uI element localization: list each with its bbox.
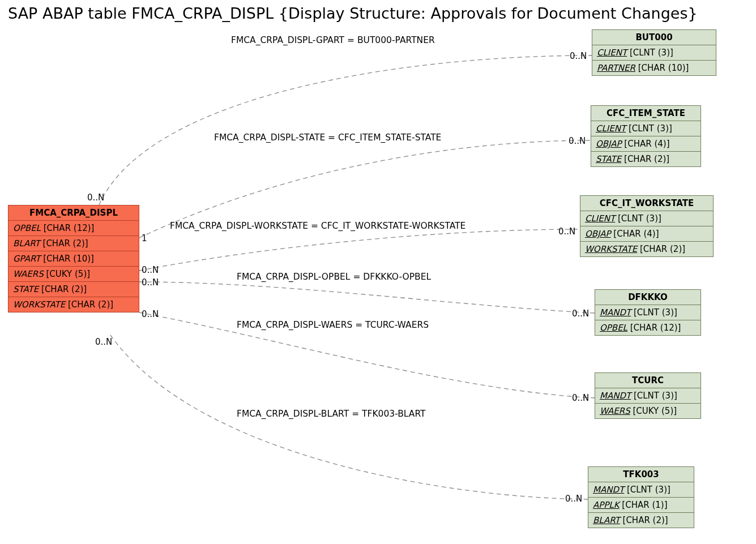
entity-header: TCURC — [595, 373, 701, 388]
diagram-title: SAP ABAP table FMCA_CRPA_DISPL {Display … — [8, 5, 698, 22]
cardinality-right: 0..N — [569, 136, 586, 146]
entity-header: CFC_ITEM_STATE — [591, 106, 701, 121]
relationship-label: FMCA_CRPA_DISPL-GPART = BUT000-PARTNER — [231, 35, 435, 45]
entity-field: CLIENT [CLNT (3)] — [591, 121, 701, 136]
entity-but000: BUT000 CLIENT [CLNT (3)] PARTNER [CHAR (… — [592, 29, 716, 76]
cardinality-right: 0..N — [558, 226, 575, 237]
entity-field: WORKSTATE [CHAR (2)] — [580, 242, 713, 256]
entity-field: GPART [CHAR (10)] — [8, 251, 139, 267]
entity-field: CLIENT [CLNT (3)] — [580, 211, 713, 226]
cardinality-right: 0..N — [565, 494, 582, 504]
entity-cfc-item-state: CFC_ITEM_STATE CLIENT [CLNT (3)] OBJAP [… — [591, 105, 701, 167]
cardinality-left: 0..N — [95, 337, 112, 347]
entity-header: TFK003 — [588, 467, 694, 482]
cardinality-right: 0..N — [572, 309, 589, 319]
entity-field: STATE [CHAR (2)] — [8, 282, 139, 297]
cardinality-left: 0..N — [142, 309, 159, 319]
entity-fmca-crpa-displ: FMCA_CRPA_DISPL OPBEL [CHAR (12)] BLART … — [8, 205, 139, 312]
cardinality-left: 0..N — [142, 277, 159, 288]
entity-cfc-it-workstate: CFC_IT_WORKSTATE CLIENT [CLNT (3)] OBJAP… — [580, 195, 714, 257]
entity-header: FMCA_CRPA_DISPL — [8, 205, 139, 221]
entity-header: CFC_IT_WORKSTATE — [580, 196, 713, 211]
entity-field: MANDT [CLNT (3)] — [595, 388, 701, 404]
relationship-label: FMCA_CRPA_DISPL-OPBEL = DFKKKO-OPBEL — [237, 272, 431, 282]
entity-tfk003: TFK003 MANDT [CLNT (3)] APPLK [CHAR (1)]… — [588, 466, 694, 528]
entity-field: OPBEL [CHAR (12)] — [8, 221, 139, 236]
relationship-label: FMCA_CRPA_DISPL-STATE = CFC_ITEM_STATE-S… — [214, 132, 441, 143]
entity-header: BUT000 — [592, 30, 716, 45]
entity-tcurc: TCURC MANDT [CLNT (3)] WAERS [CUKY (5)] — [595, 372, 701, 419]
entity-field: APPLK [CHAR (1)] — [588, 498, 694, 513]
entity-field: WAERS [CUKY (5)] — [595, 404, 701, 418]
entity-field: OBJAP [CHAR (4)] — [591, 136, 701, 152]
entity-field: CLIENT [CLNT (3)] — [592, 45, 716, 61]
entity-header: DFKKKO — [595, 290, 701, 305]
cardinality-left: 0..N — [87, 192, 104, 203]
entity-field: STATE [CHAR (2)] — [591, 152, 701, 166]
entity-field: PARTNER [CHAR (10)] — [592, 61, 716, 75]
relationship-label: FMCA_CRPA_DISPL-WAERS = TCURC-WAERS — [237, 320, 429, 330]
cardinality-right: 0..N — [570, 51, 587, 61]
cardinality-left: 0..N — [142, 265, 159, 275]
entity-field: OPBEL [CHAR (12)] — [595, 320, 701, 335]
entity-field: BLART [CHAR (2)] — [8, 236, 139, 251]
entity-dfkkko: DFKKKO MANDT [CLNT (3)] OPBEL [CHAR (12)… — [595, 289, 701, 336]
entity-field: MANDT [CLNT (3)] — [595, 305, 701, 320]
entity-field: MANDT [CLNT (3)] — [588, 482, 694, 498]
entity-field: OBJAP [CHAR (4)] — [580, 226, 713, 242]
cardinality-right: 0..N — [572, 393, 589, 403]
cardinality-left: 1 — [142, 233, 147, 243]
entity-field: WAERS [CUKY (5)] — [8, 267, 139, 282]
entity-field: BLART [CHAR (2)] — [588, 513, 694, 528]
relationship-label: FMCA_CRPA_DISPL-BLART = TFK003-BLART — [237, 409, 426, 419]
relationship-label: FMCA_CRPA_DISPL-WORKSTATE = CFC_IT_WORKS… — [170, 221, 465, 231]
entity-field: WORKSTATE [CHAR (2)] — [8, 297, 139, 312]
